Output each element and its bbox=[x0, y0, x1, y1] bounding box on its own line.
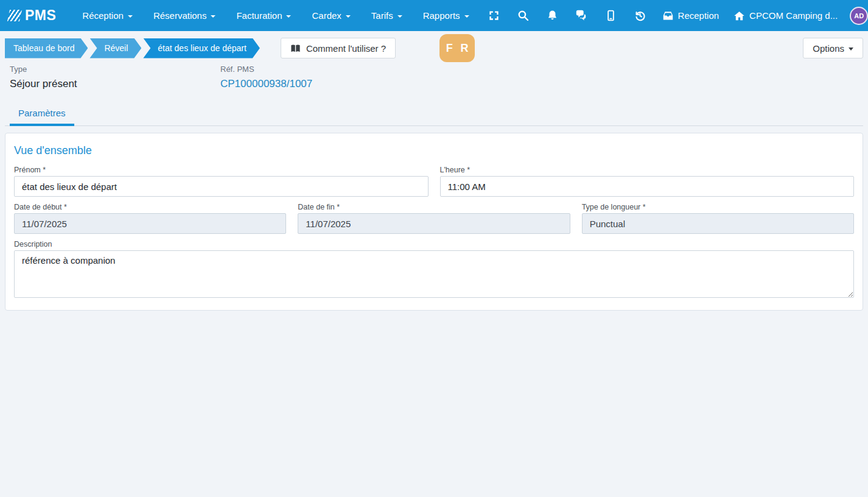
station-label: Reception bbox=[678, 10, 719, 21]
avatar-initials: AD bbox=[854, 12, 864, 19]
breadcrumb-label: état des lieux de départ bbox=[158, 43, 247, 53]
tablet-icon[interactable] bbox=[597, 0, 626, 31]
ref-column: Réf. PMS CP100000938/1007 bbox=[220, 65, 312, 90]
menu-facturation[interactable]: Facturation bbox=[226, 0, 301, 31]
time-group: L'heure * bbox=[440, 160, 855, 197]
chevron-down-icon bbox=[464, 15, 469, 18]
app-logo[interactable]: PMS bbox=[9, 7, 56, 24]
breadcrumb-item-current[interactable]: état des lieux de départ bbox=[143, 38, 260, 58]
menu-label: Cardex bbox=[312, 10, 341, 21]
end-date-input bbox=[298, 213, 570, 234]
type-column: Type Séjour présent bbox=[10, 65, 220, 90]
menu-tarifs[interactable]: Tarifs bbox=[361, 0, 413, 31]
chevron-down-icon bbox=[211, 15, 215, 18]
description-group: Description référence à companion bbox=[14, 240, 854, 300]
chevron-down-icon bbox=[128, 15, 133, 18]
form-row-1: Prénom * L'heure * bbox=[14, 160, 854, 197]
how-to-use-label: Comment l'utiliser ? bbox=[306, 43, 386, 54]
form-row-2: Date de début * Date de fin * Type de lo… bbox=[14, 197, 854, 234]
options-button[interactable]: Options bbox=[803, 38, 863, 58]
description-textarea[interactable]: référence à companion bbox=[14, 250, 854, 298]
fullscreen-icon[interactable] bbox=[480, 0, 509, 31]
menu-label: Réception bbox=[82, 10, 124, 21]
navbar-right: Reception CPCOM Camping d... AD bbox=[480, 0, 868, 31]
breadcrumb-item-dashboard[interactable]: Tableau de bord bbox=[5, 38, 88, 58]
menu-label: Réservations bbox=[153, 10, 207, 21]
description-label: Description bbox=[14, 240, 854, 248]
length-type-input bbox=[582, 213, 854, 234]
options-label: Options bbox=[813, 43, 844, 54]
breadcrumb-label: Réveil bbox=[104, 43, 128, 53]
inbox-icon bbox=[662, 10, 674, 21]
time-input[interactable] bbox=[440, 176, 855, 197]
chat-icon[interactable] bbox=[567, 0, 597, 31]
time-label: L'heure * bbox=[440, 166, 855, 174]
section-title: Vue d'ensemble bbox=[14, 144, 854, 157]
type-value: Séjour présent bbox=[10, 78, 220, 90]
end-date-label: Date de fin * bbox=[298, 203, 570, 211]
language-badge[interactable]: F R bbox=[439, 34, 475, 62]
home-icon bbox=[733, 10, 745, 21]
overview-card: Vue d'ensemble Prénom * L'heure * Date d… bbox=[5, 133, 863, 311]
end-date-group: Date de fin * bbox=[298, 197, 570, 234]
tabs-bar: Paramètres bbox=[5, 104, 863, 126]
book-icon bbox=[290, 44, 301, 53]
menu-label: Facturation bbox=[236, 10, 282, 21]
length-type-group: Type de longueur * bbox=[582, 197, 854, 234]
breadcrumb-label: Tableau de bord bbox=[13, 43, 74, 53]
logo-text: PMS bbox=[25, 7, 56, 24]
property-label: CPCOM Camping d... bbox=[749, 10, 838, 21]
start-date-group: Date de début * bbox=[14, 197, 286, 234]
breadcrumb: Tableau de bord Réveil état des lieux de… bbox=[5, 38, 262, 58]
history-icon[interactable] bbox=[626, 0, 655, 31]
chevron-down-icon bbox=[397, 15, 402, 18]
tab-parametres[interactable]: Paramètres bbox=[10, 104, 74, 126]
menu-rapports[interactable]: Rapports bbox=[413, 0, 480, 31]
page-content: Tableau de bord Réveil état des lieux de… bbox=[0, 38, 868, 311]
station-selector[interactable]: Reception bbox=[655, 0, 727, 31]
logo-hatch-icon bbox=[7, 10, 22, 21]
language-badge-label: F R bbox=[446, 42, 471, 55]
menu-label: Rapports bbox=[423, 10, 460, 21]
chevron-down-icon bbox=[849, 48, 853, 51]
breadcrumb-item-reveil[interactable]: Réveil bbox=[89, 38, 141, 58]
first-name-label: Prénom * bbox=[14, 166, 429, 174]
search-icon[interactable] bbox=[509, 0, 538, 31]
type-label: Type bbox=[10, 65, 220, 74]
top-navbar: PMS Réception Réservations Facturation C… bbox=[0, 0, 868, 31]
length-type-label: Type de longueur * bbox=[582, 203, 854, 211]
toolbar-row: Tableau de bord Réveil état des lieux de… bbox=[5, 38, 863, 58]
menu-reservations[interactable]: Réservations bbox=[143, 0, 226, 31]
avatar[interactable]: AD bbox=[850, 7, 868, 25]
first-name-group: Prénom * bbox=[14, 160, 429, 197]
ref-pms-label: Réf. PMS bbox=[220, 65, 312, 74]
menu-cardex[interactable]: Cardex bbox=[301, 0, 360, 31]
menu-label: Tarifs bbox=[371, 10, 393, 21]
property-selector[interactable]: CPCOM Camping d... bbox=[726, 0, 845, 31]
menu-reception[interactable]: Réception bbox=[72, 0, 143, 31]
ref-pms-link[interactable]: CP100000938/1007 bbox=[220, 78, 312, 90]
start-date-input bbox=[14, 213, 286, 234]
start-date-label: Date de début * bbox=[14, 203, 286, 211]
first-name-input[interactable] bbox=[14, 176, 429, 197]
bell-icon[interactable] bbox=[538, 0, 567, 31]
main-menu: Réception Réservations Facturation Carde… bbox=[72, 0, 479, 31]
chevron-down-icon bbox=[286, 15, 291, 18]
how-to-use-button[interactable]: Comment l'utiliser ? bbox=[281, 38, 396, 58]
record-info: Type Séjour présent Réf. PMS CP100000938… bbox=[5, 65, 863, 90]
chevron-down-icon bbox=[346, 15, 351, 18]
